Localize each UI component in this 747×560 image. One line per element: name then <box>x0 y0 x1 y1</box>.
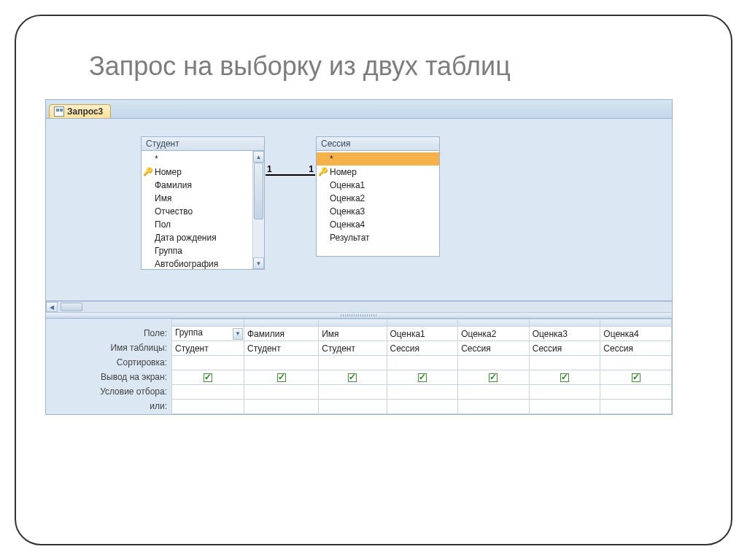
dropdown-icon[interactable]: ▼ <box>233 328 243 340</box>
table-session[interactable]: Сессия *🔑НомерОценка1Оценка2Оценка3Оценк… <box>316 136 440 257</box>
or-cell[interactable] <box>319 400 387 414</box>
show-cell[interactable] <box>529 370 600 385</box>
criteria-cell[interactable] <box>319 385 387 400</box>
field-row[interactable]: Отчество <box>142 205 252 218</box>
field-row[interactable]: * <box>317 152 439 166</box>
table-cell[interactable]: Студент <box>319 341 387 356</box>
show-checkbox[interactable] <box>560 373 569 382</box>
field-row[interactable]: Оценка4 <box>317 218 439 231</box>
show-cell[interactable] <box>600 370 672 385</box>
query-icon <box>54 106 64 117</box>
show-cell[interactable] <box>244 370 318 385</box>
show-checkbox[interactable] <box>632 373 640 382</box>
table-cell[interactable]: Сессия <box>458 341 530 356</box>
sort-cell[interactable] <box>458 356 530 370</box>
show-cell[interactable] <box>458 370 530 385</box>
show-cell[interactable] <box>319 370 387 385</box>
or-cell[interactable] <box>387 400 458 414</box>
column-selector[interactable] <box>244 319 318 327</box>
column-selector[interactable] <box>387 319 458 327</box>
criteria-cell[interactable] <box>387 385 458 400</box>
column-selector[interactable] <box>319 319 387 327</box>
sort-cell[interactable] <box>529 356 600 370</box>
column-selector[interactable] <box>600 319 672 327</box>
or-cell[interactable] <box>600 400 672 414</box>
field-row[interactable]: Автобиография <box>142 257 252 269</box>
field-row[interactable]: 🔑Номер <box>317 166 439 179</box>
label-sort: Сортировка: <box>50 355 167 370</box>
field-row[interactable]: Группа <box>142 244 252 257</box>
design-surface[interactable]: Студент *🔑НомерФамилияИмяОтчествоПолДата… <box>46 119 672 301</box>
field-row[interactable]: Пол <box>142 218 252 231</box>
scroll-track[interactable] <box>253 163 264 257</box>
sort-cell[interactable] <box>319 356 387 370</box>
scroll-up-button[interactable]: ▲ <box>253 151 264 163</box>
sort-cell[interactable] <box>600 356 672 370</box>
table-header[interactable]: Сессия <box>317 137 439 151</box>
show-cell[interactable] <box>172 370 244 385</box>
pane-splitter[interactable] <box>46 313 672 319</box>
show-checkbox[interactable] <box>348 373 357 382</box>
field-name: * <box>155 154 158 164</box>
scroll-thumb[interactable] <box>254 163 263 219</box>
grid-table[interactable]: Группа▼ФамилияИмяОценка1Оценка2Оценка3Оц… <box>171 319 672 414</box>
hscroll-design[interactable]: ◀ <box>46 301 672 313</box>
table-student[interactable]: Студент *🔑НомерФамилияИмяОтчествоПолДата… <box>141 136 265 270</box>
table-cell[interactable]: Студент <box>172 341 244 356</box>
table-cell[interactable]: Сессия <box>529 341 600 356</box>
field-cell[interactable]: Фамилия <box>244 327 318 341</box>
or-cell[interactable] <box>244 400 318 414</box>
scroll-left-button[interactable]: ◀ <box>46 302 58 312</box>
or-cell[interactable] <box>529 400 600 414</box>
field-row[interactable]: Оценка2 <box>317 192 439 205</box>
field-name: Результат <box>330 233 370 243</box>
tab-bar: Запрос3 <box>46 100 672 119</box>
field-cell[interactable]: Имя <box>319 327 387 341</box>
scrollbar-vertical[interactable]: ▲ ▼ <box>252 151 264 269</box>
criteria-cell[interactable] <box>244 385 318 400</box>
field-row[interactable]: Имя <box>142 192 252 205</box>
field-row[interactable]: Оценка3 <box>317 205 439 218</box>
show-checkbox[interactable] <box>204 373 212 382</box>
field-cell[interactable]: Оценка2 <box>458 327 530 341</box>
field-cell[interactable]: Оценка4 <box>600 327 672 341</box>
field-value: Имя <box>322 329 338 339</box>
or-cell[interactable] <box>172 400 244 414</box>
or-cell[interactable] <box>458 400 530 414</box>
table-cell[interactable]: Сессия <box>387 341 458 356</box>
column-selector[interactable] <box>172 319 244 327</box>
field-cell[interactable]: Группа▼ <box>172 327 244 341</box>
table-cell[interactable]: Сессия <box>600 341 672 356</box>
show-checkbox[interactable] <box>489 373 498 382</box>
table-cell[interactable]: Студент <box>244 341 318 356</box>
field-row[interactable]: Дата рождения <box>142 231 252 244</box>
criteria-cell[interactable] <box>172 385 244 400</box>
sort-cell[interactable] <box>244 356 318 370</box>
relationship-line[interactable] <box>266 174 315 176</box>
table-header[interactable]: Студент <box>142 137 264 151</box>
hscroll-thumb[interactable] <box>61 303 82 311</box>
field-cell[interactable]: Оценка3 <box>529 327 600 341</box>
sort-cell[interactable] <box>172 356 244 370</box>
sort-cell[interactable] <box>387 356 458 370</box>
field-row[interactable]: * <box>142 152 252 166</box>
column-selector[interactable] <box>458 319 530 327</box>
label-criteria: Условие отбора: <box>50 384 167 399</box>
criteria-cell[interactable] <box>600 385 672 400</box>
hscroll-track[interactable] <box>58 302 672 312</box>
show-cell[interactable] <box>387 370 458 385</box>
field-row[interactable]: Результат <box>317 231 439 244</box>
field-row[interactable]: Оценка1 <box>317 179 439 192</box>
field-list[interactable]: *🔑НомерОценка1Оценка2Оценка3Оценка4Резул… <box>317 151 439 256</box>
field-row[interactable]: Фамилия <box>142 179 252 192</box>
scroll-down-button[interactable]: ▼ <box>253 257 264 269</box>
show-checkbox[interactable] <box>277 373 286 382</box>
show-checkbox[interactable] <box>418 373 427 382</box>
field-cell[interactable]: Оценка1 <box>387 327 458 341</box>
criteria-cell[interactable] <box>529 385 600 400</box>
field-row[interactable]: 🔑Номер <box>142 166 252 179</box>
tab-query3[interactable]: Запрос3 <box>49 104 111 118</box>
criteria-cell[interactable] <box>458 385 530 400</box>
field-list[interactable]: *🔑НомерФамилияИмяОтчествоПолДата рождени… <box>142 151 252 269</box>
column-selector[interactable] <box>529 319 600 327</box>
